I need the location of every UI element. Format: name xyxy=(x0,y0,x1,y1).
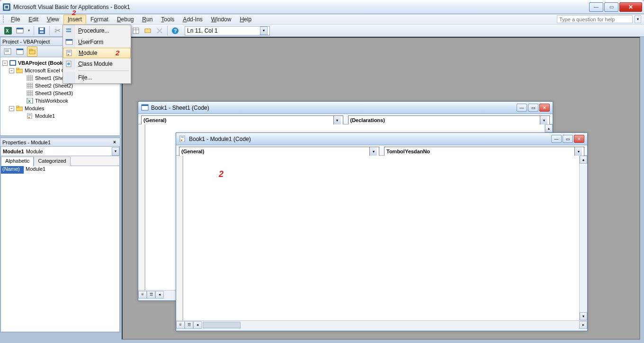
dropdown-icon[interactable]: ▾ xyxy=(369,147,377,156)
help-icon[interactable]: ? xyxy=(170,26,180,36)
menu-insert[interactable]: Insert xyxy=(63,15,86,24)
menu-format[interactable]: Format xyxy=(86,15,113,24)
position-indicator[interactable]: Ln 11, Col 1 ▾ xyxy=(185,26,270,35)
cw2-combo-row: (General)▾ TombolYesdanNo▾ xyxy=(176,145,587,156)
cut-icon[interactable]: ✂ xyxy=(52,26,63,36)
properties-window-icon[interactable] xyxy=(131,26,141,36)
object-browser-icon[interactable] xyxy=(143,26,153,36)
procedure-view-icon[interactable]: ≡ xyxy=(138,291,147,299)
insert-userform-icon[interactable] xyxy=(15,26,25,36)
svg-rect-73 xyxy=(181,137,184,138)
menu-help[interactable]: Help xyxy=(235,15,256,24)
svg-rect-68 xyxy=(28,117,30,118)
menu-addins[interactable]: Add-Ins xyxy=(179,15,206,24)
cw1-titlebar[interactable]: Book1 - Sheet1 (Code) — ▭ ✕ xyxy=(138,102,553,114)
toggle-folders-icon[interactable] xyxy=(27,46,37,57)
prop-row-name[interactable]: (Name) Module1 xyxy=(1,166,119,174)
code-window-module1[interactable]: Book1 - Module1 (Code) — ▭ ✕ (General)▾ … xyxy=(176,132,588,331)
svg-rect-28 xyxy=(66,39,72,41)
menubar-grip[interactable] xyxy=(3,16,5,23)
view-object-icon[interactable] xyxy=(15,46,25,57)
properties-panel-title: Properties - Module1 xyxy=(2,140,51,145)
tab-alphabetic[interactable]: Alphabetic xyxy=(1,157,34,166)
titlebar: Microsoft Visual Basic for Applications … xyxy=(0,0,644,14)
minimize-button[interactable]: — xyxy=(589,2,603,12)
cw1-maximize-button[interactable]: ▭ xyxy=(528,104,538,112)
svg-rect-45 xyxy=(16,68,19,70)
cw2-maximize-button[interactable]: ▭ xyxy=(563,135,573,143)
hscroll-left-icon[interactable]: ◂ xyxy=(155,291,164,299)
prop-combo-dropdown-icon[interactable]: ▾ xyxy=(112,147,119,156)
menu-edit[interactable]: Edit xyxy=(24,15,43,24)
cw2-titlebar[interactable]: Book1 - Module1 (Code) — ▭ ✕ xyxy=(176,133,587,145)
view-code-icon[interactable] xyxy=(2,46,13,57)
properties-panel-header[interactable]: Properties - Module1 × xyxy=(0,138,120,147)
cw2-minimize-button[interactable]: — xyxy=(551,135,562,143)
folder-icon xyxy=(16,67,23,74)
procedure-view-icon[interactable]: ≡ xyxy=(176,321,185,329)
menu-file[interactable]: File xyxy=(7,15,24,24)
maximize-button[interactable]: ▭ xyxy=(604,2,618,12)
cw1-title: Book1 - Sheet1 (Code) xyxy=(151,105,209,111)
hscroll-right-icon[interactable]: ▸ xyxy=(579,321,587,329)
position-dropdown-icon[interactable]: ▾ xyxy=(260,26,268,35)
module-icon xyxy=(63,48,76,58)
cw2-proc-value: TombolYesdanNo xyxy=(386,149,430,154)
menu-item-userform[interactable]: UserForm xyxy=(63,36,131,48)
cw1-close-button[interactable]: ✕ xyxy=(539,104,550,112)
tree-sheet3[interactable]: Sheet3 (Sheet3) xyxy=(0,89,120,97)
dropdown-icon[interactable]: ▾ xyxy=(574,147,582,156)
prop-combo-type: Module xyxy=(26,149,43,154)
cw2-procedure-combo[interactable]: TombolYesdanNo▾ xyxy=(384,147,584,156)
cw1-combo-row: (General)▾ (Declarations)▾ xyxy=(138,114,553,124)
tree-thisworkbook[interactable]: X ThisWorkbook xyxy=(0,97,120,105)
tree-module1-label: Module1 xyxy=(35,113,55,119)
close-button[interactable]: ✕ xyxy=(619,2,642,12)
menu-debug[interactable]: Debug xyxy=(113,15,138,24)
toggle-icon[interactable]: − xyxy=(2,61,8,66)
menu-window[interactable]: Window xyxy=(207,15,236,24)
menu-item-procedure[interactable]: Procedure... xyxy=(63,25,131,36)
menu-item-module[interactable]: Module xyxy=(63,48,131,58)
hscroll-thumb[interactable] xyxy=(203,322,241,328)
window-buttons: — ▭ ✕ xyxy=(589,2,644,12)
tree-modules-folder[interactable]: − Modules xyxy=(0,105,120,112)
insert-dropdown-icon[interactable]: ▾ xyxy=(27,28,31,33)
toolbox-icon[interactable] xyxy=(154,26,165,36)
cw2-margin-line xyxy=(183,156,183,320)
help-search-dropdown[interactable]: ▾ xyxy=(635,15,641,23)
hscroll-left-icon[interactable]: ◂ xyxy=(193,321,202,329)
cw2-code-area[interactable]: ▴▾ xyxy=(176,156,587,320)
properties-panel-close[interactable]: × xyxy=(111,139,118,146)
module-icon xyxy=(26,113,34,119)
properties-object-combo[interactable]: Module1 Module ▾ xyxy=(0,147,120,156)
toggle-icon[interactable]: − xyxy=(9,106,14,111)
help-search-input[interactable] xyxy=(557,15,633,23)
view-excel-icon[interactable]: X xyxy=(3,26,13,36)
cw1-object-value: (General) xyxy=(143,117,166,123)
menu-view[interactable]: View xyxy=(43,15,63,24)
cw1-minimize-button[interactable]: — xyxy=(517,104,527,112)
toggle-icon[interactable]: − xyxy=(9,68,14,73)
save-icon[interactable] xyxy=(36,26,47,36)
cw1-object-combo[interactable]: (General)▾ xyxy=(141,115,343,125)
dropdown-icon[interactable]: ▾ xyxy=(333,116,341,124)
menu-tools[interactable]: Tools xyxy=(157,15,179,24)
cw1-procedure-combo[interactable]: (Declarations)▾ xyxy=(348,115,550,125)
menu-item-file[interactable]: File... xyxy=(63,72,131,83)
dropdown-icon[interactable]: ▾ xyxy=(540,116,547,124)
cw2-vscrollbar[interactable]: ▴▾ xyxy=(579,156,587,320)
cw2-object-combo[interactable]: (General)▾ xyxy=(179,147,379,156)
prop-name-value[interactable]: Module1 xyxy=(24,166,119,174)
cw2-close-button[interactable]: ✕ xyxy=(574,135,584,143)
tab-categorized[interactable]: Categorized xyxy=(34,157,70,166)
menubar: File Edit View Insert Format Debug Run T… xyxy=(0,14,644,25)
properties-grid[interactable]: (Name) Module1 xyxy=(0,166,120,332)
menu-run[interactable]: Run xyxy=(138,15,157,24)
svg-rect-6 xyxy=(17,28,23,29)
cw2-title: Book1 - Module1 (Code) xyxy=(189,136,251,142)
menu-item-class-module[interactable]: Class Module xyxy=(63,58,131,70)
full-module-view-icon[interactable]: ☰ xyxy=(185,321,193,329)
tree-module1[interactable]: Module1 xyxy=(0,112,120,120)
full-module-view-icon[interactable]: ☰ xyxy=(147,291,155,299)
